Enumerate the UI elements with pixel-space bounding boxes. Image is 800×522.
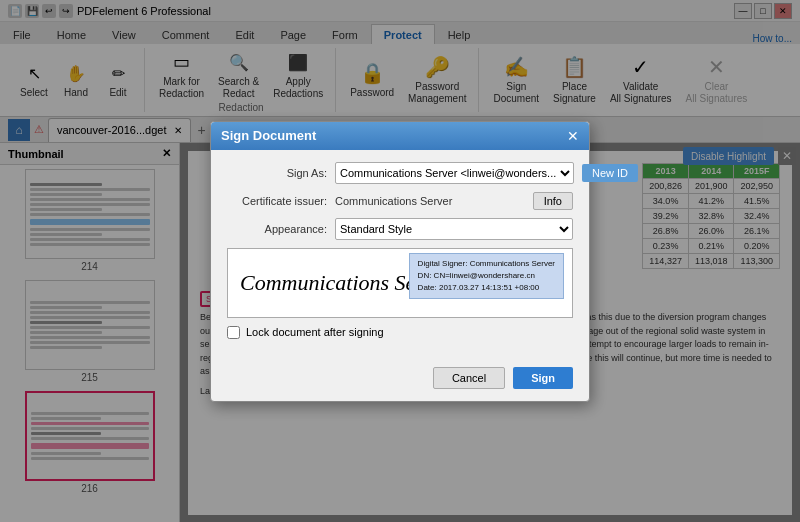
- lock-checkbox[interactable]: [227, 326, 240, 339]
- modal-title: Sign Document: [221, 128, 316, 143]
- modal-overlay: Sign Document ✕ Sign As: Communications …: [0, 0, 800, 522]
- info-btn[interactable]: Info: [533, 192, 573, 210]
- cert-issuer-label: Certificate issuer:: [227, 195, 327, 207]
- signature-preview: Communications Server Digital Signer: Co…: [227, 248, 573, 318]
- sig-stamp-line1: Digital Signer: Communications Server: [418, 258, 555, 270]
- appearance-select[interactable]: Standard Style: [335, 218, 573, 240]
- modal-body: Sign As: Communications Server <linwei@w…: [211, 150, 589, 359]
- cert-issuer-value: Communications Server: [335, 195, 452, 207]
- sign-as-label: Sign As:: [227, 167, 327, 179]
- new-id-btn[interactable]: New ID: [582, 164, 638, 182]
- modal-close-btn[interactable]: ✕: [567, 128, 579, 144]
- lock-checkbox-row: Lock document after signing: [227, 326, 573, 339]
- cert-issuer-row: Certificate issuer: Communications Serve…: [227, 192, 573, 210]
- cancel-button[interactable]: Cancel: [433, 367, 505, 389]
- sig-stamp-line3: Date: 2017.03.27 14:13:51 +08:00: [418, 282, 555, 294]
- sign-as-select[interactable]: Communications Server <linwei@wonders...: [335, 162, 574, 184]
- sign-button[interactable]: Sign: [513, 367, 573, 389]
- sign-document-modal: Sign Document ✕ Sign As: Communications …: [210, 121, 590, 402]
- appearance-label: Appearance:: [227, 223, 327, 235]
- sign-as-row: Sign As: Communications Server <linwei@w…: [227, 162, 573, 184]
- lock-label: Lock document after signing: [246, 326, 384, 338]
- sig-stamp-line2: DN: CN=linwei@wondershare.cn: [418, 270, 555, 282]
- sig-stamp: Digital Signer: Communications Server DN…: [409, 253, 564, 299]
- modal-footer: Cancel Sign: [211, 359, 589, 401]
- appearance-row: Appearance: Standard Style: [227, 218, 573, 240]
- modal-header: Sign Document ✕: [211, 122, 589, 150]
